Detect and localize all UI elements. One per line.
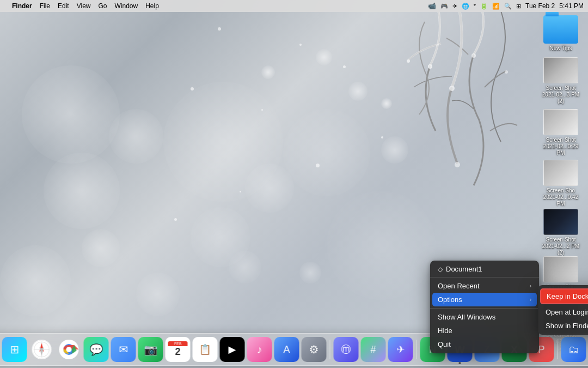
options-submenu: Keep in Dock Open at Login Show in Finde… [538,285,588,335]
options-label: Options [438,295,462,304]
keep-in-dock-label: Keep in Dock [547,292,588,300]
slack-icon: # [370,344,376,355]
launchpad-icon: ⊞ [10,343,19,356]
dock-item-launchpad[interactable]: ⊞ [2,337,27,362]
show-all-windows-label: Show All Windows [438,313,495,321]
dock-item-music[interactable]: ♪ [247,337,272,362]
search-icon[interactable]: 🔍 [504,3,512,10]
quit-label: Quit [438,340,451,348]
open-at-login-label: Open at Login [546,308,588,316]
svg-point-4 [505,70,508,74]
hide-label: Hide [438,327,452,335]
show-in-finder-label: Show in Finder [546,322,588,330]
dock-item-messenger[interactable]: ⓜ [334,337,359,362]
datetime: Tue Feb 2 [525,2,555,10]
reminders-icon: 📋 [199,343,211,355]
icon-label: Screen Sho 2021-02...0:42 PM [540,188,582,207]
dock-item-mail[interactable]: ✉ [111,337,136,362]
go-menu[interactable]: Go [99,2,107,10]
svg-point-1 [449,86,455,91]
dock-separator-3 [558,340,558,359]
game-icon[interactable]: 🎮 [440,3,448,10]
dock-item-system-preferences[interactable]: ⚙ [302,337,327,362]
system-prefs-icon: ⚙ [309,343,319,356]
svg-point-5 [455,162,460,167]
submenu-open-at-login[interactable]: Open at Login [538,305,588,319]
dock-item-messages[interactable]: 💬 [84,337,109,362]
messenger-icon: ⓜ [341,343,351,356]
bluetooth-icon[interactable]: * [474,3,476,9]
desktop-icon-screenshot-2[interactable]: Screen Shot 2021-02...0:29 PM [539,109,583,156]
menubar: Finder File Edit View Go Window Help 📹 🎮… [0,0,588,12]
dock-separator [330,340,330,359]
desktop: Finder File Edit View Go Window Help 📹 🎮… [0,0,588,368]
dock-item-reminders[interactable]: 📋 [193,337,218,362]
icon-label: Screen Shot 2021-02...0:29 PM [540,137,582,156]
view-menu[interactable]: View [77,2,91,10]
wifi-icon[interactable]: 📶 [492,3,500,10]
control-center-icon[interactable]: ⊞ [516,3,521,10]
edit-menu[interactable]: Edit [58,2,69,10]
appletv-icon: ▶ [229,343,236,355]
dock-item-facetime[interactable]: 📷 [138,337,163,362]
file-menu[interactable]: File [40,2,50,10]
context-menu-title: ◇ Document1 [430,263,539,275]
screenshot-thumb [543,209,578,235]
folder-icon [543,15,578,44]
doc-icon: ◇ [438,266,443,273]
submenu-show-in-finder[interactable]: Show in Finder [538,319,588,333]
paperflight-icon: ✈ [396,343,405,355]
svg-point-22 [66,347,72,352]
context-menu-app-name: Document1 [446,265,482,273]
screenshot-thumb [543,256,578,282]
screenshot-thumb [543,160,578,186]
preview-icon: P [538,344,544,355]
context-menu: ◇ Document1 Open Recent › Options › Show… [430,261,539,353]
flight-icon[interactable]: ✈ [452,3,457,10]
mail-icon: ✉ [119,343,128,356]
desktop-icon-new-tips[interactable]: New Tips [539,15,583,52]
icon-label: New Tips [549,45,572,52]
dock-item-calendar[interactable]: FEB 2 [166,337,191,362]
dock-item-chrome[interactable] [57,337,82,362]
dock-item-safari[interactable] [29,337,54,362]
context-menu-options[interactable]: Options › [432,293,537,306]
dock-item-slack[interactable]: # [361,337,386,362]
network-icon[interactable]: 🌐 [462,3,469,10]
icon-label: Screen Shot 2021-02...3 PM (2) [540,85,582,105]
open-recent-label: Open Recent [438,282,480,290]
desktop-icon-screenshot-3[interactable]: Screen Sho 2021-02...0:42 PM [539,160,583,207]
calendar-icon: FEB 2 [168,341,188,358]
facetime-icon[interactable]: 📹 [428,2,436,10]
dock-item-paperflight[interactable]: ✈ [388,337,413,362]
submenu-arrow: › [530,283,531,289]
word-active-dot [459,362,461,364]
context-menu-hide[interactable]: Hide [430,324,539,337]
app-name-menu[interactable]: Finder [12,2,32,10]
svg-point-2 [407,59,410,63]
context-menu-quit[interactable]: Quit [430,337,539,351]
dock-item-appletv[interactable]: ▶ [220,337,245,362]
messages-icon: 💬 [89,343,103,356]
battery-icon[interactable]: 🔋 [480,3,488,10]
submenu-keep-in-dock[interactable]: Keep in Dock [540,288,588,304]
tree-decoration [261,0,544,262]
context-menu-open-recent[interactable]: Open Recent › [430,279,539,293]
chrome-icon [59,340,79,359]
svg-point-0 [428,64,432,69]
dock-item-appstore[interactable]: A [274,337,299,362]
context-menu-separator-2 [430,308,539,309]
facetime-dock-icon: 📷 [144,343,157,356]
help-menu[interactable]: Help [145,2,159,10]
context-menu-show-all-windows[interactable]: Show All Windows [430,310,539,324]
desktop-icon-screenshot-4[interactable]: Screen Shot 2021-02...2 PM (2) [539,209,583,256]
time: 5:41 PM [559,2,584,10]
context-menu-separator [430,277,539,277]
window-menu[interactable]: Window [115,2,138,10]
submenu-arrow-options: › [530,297,531,303]
music-icon: ♪ [257,343,262,356]
svg-point-3 [471,53,476,58]
safari-icon [32,340,52,359]
dock-item-files[interactable]: 🗂 [561,337,586,362]
desktop-icon-screenshot-1[interactable]: Screen Shot 2021-02...3 PM (2) [539,57,583,105]
